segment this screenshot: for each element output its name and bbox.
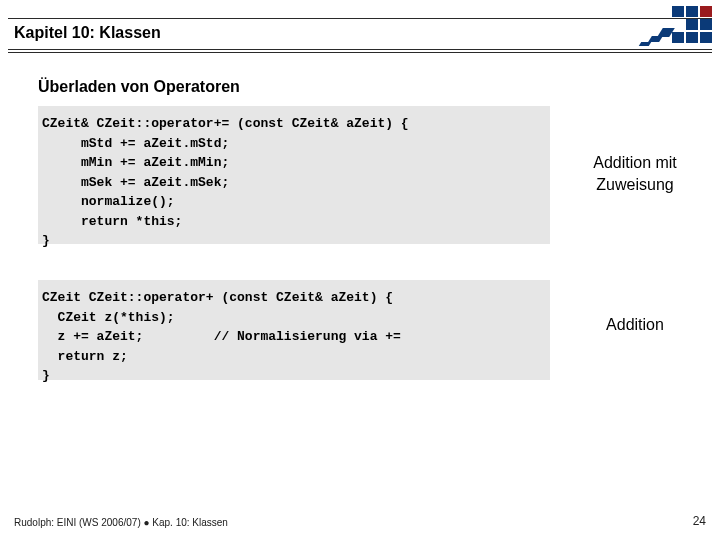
- caption-line-1: Addition mit: [593, 154, 677, 171]
- caption-addition: Addition: [570, 314, 700, 336]
- code-block-operator-plus: CZeit CZeit::operator+ (const CZeit& aZe…: [38, 280, 550, 380]
- page-number: 24: [693, 514, 706, 528]
- caption-addition-assignment: Addition mit Zuweisung: [570, 152, 700, 195]
- caption-line-2: Zuweisung: [596, 176, 673, 193]
- code-block-operator-plus-equals: CZeit& CZeit::operator+= (const CZeit& a…: [38, 106, 550, 244]
- chapter-title: Kapitel 10: Klassen: [14, 24, 161, 42]
- footer-text: Rudolph: EINI (WS 2006/07) ● Kap. 10: Kl…: [14, 517, 228, 528]
- logo: [640, 6, 712, 54]
- header-bottom-rule-2: [8, 52, 712, 53]
- section-title: Überladen von Operatoren: [38, 78, 240, 96]
- header-bottom-rule-1: [8, 49, 712, 51]
- header-top-rule: [8, 18, 712, 19]
